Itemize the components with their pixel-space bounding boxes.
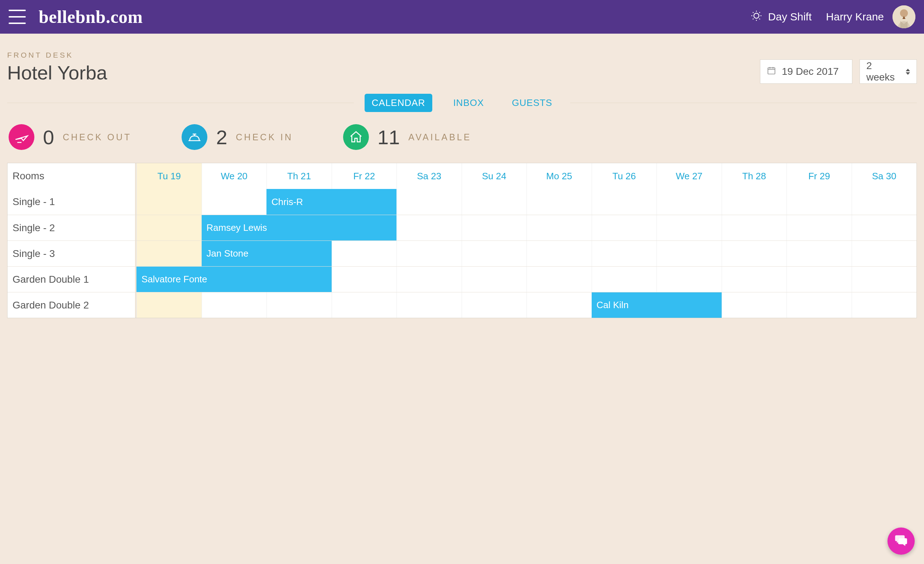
shift-toggle[interactable]: Day Shift bbox=[750, 10, 812, 24]
checkin-label: CHECK IN bbox=[236, 132, 293, 142]
calendar-cell[interactable] bbox=[462, 241, 527, 266]
calendar-cell[interactable] bbox=[202, 292, 267, 318]
calendar-cell[interactable] bbox=[526, 189, 592, 215]
calendar-cell[interactable] bbox=[722, 292, 787, 318]
calendar-cell[interactable] bbox=[786, 292, 852, 318]
calendar-cell[interactable] bbox=[592, 215, 657, 241]
room-name[interactable]: Single - 1 bbox=[8, 189, 136, 215]
day-header: Su 24 bbox=[462, 163, 527, 189]
date-picker[interactable]: 19 Dec 2017 bbox=[760, 60, 852, 84]
booking[interactable]: Ramsey Lewis bbox=[202, 215, 397, 241]
calendar-cell[interactable] bbox=[396, 292, 462, 318]
range-select[interactable]: 2 weeks bbox=[860, 60, 917, 84]
calendar-cell[interactable] bbox=[267, 292, 332, 318]
calendar-cell[interactable] bbox=[852, 215, 917, 241]
calendar-grid: Rooms Tu 19We 20Th 21Fr 22Sa 23Su 24Mo 2… bbox=[7, 163, 917, 318]
room-name[interactable]: Garden Double 2 bbox=[8, 292, 136, 318]
calendar-cell[interactable] bbox=[136, 215, 202, 241]
app-header: bellebnb.com Day Shift Harry Krane bbox=[0, 0, 924, 34]
calendar-cell[interactable] bbox=[396, 241, 462, 266]
calendar-cell[interactable] bbox=[396, 189, 462, 215]
room-row: Garden Double 2Cal Kiln bbox=[8, 292, 916, 318]
calendar-cell[interactable] bbox=[526, 215, 592, 241]
calendar-cell[interactable] bbox=[786, 189, 852, 215]
svg-rect-11 bbox=[768, 67, 775, 74]
avatar bbox=[892, 5, 915, 28]
calendar-cell[interactable] bbox=[332, 292, 397, 318]
calendar-cell[interactable] bbox=[462, 189, 527, 215]
room-row: Single - 1Chris-R bbox=[8, 189, 916, 215]
svg-line-5 bbox=[753, 12, 753, 12]
calendar-cell[interactable] bbox=[852, 241, 917, 266]
room-name[interactable]: Single - 3 bbox=[8, 241, 136, 266]
calendar-cell[interactable] bbox=[657, 189, 722, 215]
room-row: Single - 3Jan Stone bbox=[8, 241, 916, 266]
calendar-header-row: Rooms Tu 19We 20Th 21Fr 22Sa 23Su 24Mo 2… bbox=[8, 163, 916, 189]
calendar-cell[interactable] bbox=[657, 241, 722, 266]
booking[interactable]: Jan Stone bbox=[202, 241, 332, 266]
calendar-cell[interactable] bbox=[722, 241, 787, 266]
calendar-cell[interactable] bbox=[592, 241, 657, 266]
day-header: We 20 bbox=[202, 163, 267, 189]
chat-icon bbox=[894, 533, 908, 550]
calendar-cell[interactable] bbox=[462, 266, 527, 292]
calendar-cell[interactable] bbox=[657, 266, 722, 292]
calendar-cell[interactable] bbox=[526, 266, 592, 292]
booking[interactable]: Salvatore Fonte bbox=[136, 266, 332, 292]
booking[interactable]: Cal Kiln bbox=[592, 292, 722, 318]
calendar-icon bbox=[767, 66, 776, 78]
day-header: Fr 29 bbox=[786, 163, 852, 189]
tab-calendar[interactable]: CALENDAR bbox=[364, 94, 433, 112]
stats-row: 0 CHECK OUT 2 CHECK IN 11 bbox=[7, 124, 917, 150]
calendar-cell[interactable] bbox=[722, 266, 787, 292]
calendar-cell[interactable] bbox=[592, 189, 657, 215]
calendar-cell[interactable] bbox=[136, 189, 202, 215]
room-name[interactable]: Garden Double 1 bbox=[8, 266, 136, 292]
calendar-cell[interactable] bbox=[396, 266, 462, 292]
stat-available[interactable]: 11 AVAILABLE bbox=[343, 124, 471, 150]
calendar-cell[interactable] bbox=[462, 292, 527, 318]
date-value: 19 Dec 2017 bbox=[782, 66, 839, 77]
calendar-cell[interactable] bbox=[786, 241, 852, 266]
calendar-cell[interactable] bbox=[136, 292, 202, 318]
chat-button[interactable] bbox=[888, 528, 915, 555]
user-menu[interactable]: Harry Krane bbox=[826, 5, 915, 28]
day-header: Sa 23 bbox=[396, 163, 462, 189]
calendar-cell[interactable] bbox=[136, 241, 202, 266]
logo: bellebnb.com bbox=[39, 6, 143, 27]
day-header: We 27 bbox=[657, 163, 722, 189]
calendar-cell[interactable] bbox=[332, 241, 397, 266]
range-value: 2 weeks bbox=[866, 60, 900, 83]
calendar-cell[interactable] bbox=[396, 215, 462, 241]
menu-button[interactable] bbox=[9, 10, 26, 24]
shift-label: Day Shift bbox=[768, 11, 812, 23]
calendar-cell[interactable] bbox=[852, 266, 917, 292]
tab-guests[interactable]: GUESTS bbox=[505, 94, 560, 112]
day-header: Tu 26 bbox=[592, 163, 657, 189]
calendar-cell[interactable] bbox=[657, 215, 722, 241]
calendar-cell[interactable] bbox=[786, 266, 852, 292]
calendar-cell[interactable] bbox=[852, 292, 917, 318]
calendar-cell[interactable] bbox=[202, 189, 267, 215]
day-header: Mo 25 bbox=[526, 163, 592, 189]
calendar-cell[interactable] bbox=[722, 215, 787, 241]
stat-checkin[interactable]: 2 CHECK IN bbox=[182, 124, 293, 150]
tab-inbox[interactable]: INBOX bbox=[446, 94, 491, 112]
day-header: Tu 19 bbox=[136, 163, 202, 189]
calendar-cell[interactable] bbox=[786, 215, 852, 241]
calendar-cell[interactable] bbox=[332, 266, 397, 292]
calendar-cell[interactable] bbox=[526, 292, 592, 318]
calendar-cell[interactable] bbox=[462, 215, 527, 241]
checkout-label: CHECK OUT bbox=[63, 132, 131, 142]
stat-checkout[interactable]: 0 CHECK OUT bbox=[9, 124, 131, 150]
room-name[interactable]: Single - 2 bbox=[8, 215, 136, 241]
calendar-cell[interactable] bbox=[852, 189, 917, 215]
room-row: Garden Double 1Salvatore Fonte bbox=[8, 266, 916, 292]
booking[interactable]: Chris-R bbox=[267, 189, 396, 215]
rooms-header: Rooms bbox=[8, 163, 136, 189]
calendar-cell[interactable] bbox=[526, 241, 592, 266]
svg-point-10 bbox=[900, 9, 908, 17]
calendar-cell[interactable] bbox=[592, 266, 657, 292]
calendar-cell[interactable] bbox=[722, 189, 787, 215]
airplane-icon bbox=[9, 124, 34, 150]
